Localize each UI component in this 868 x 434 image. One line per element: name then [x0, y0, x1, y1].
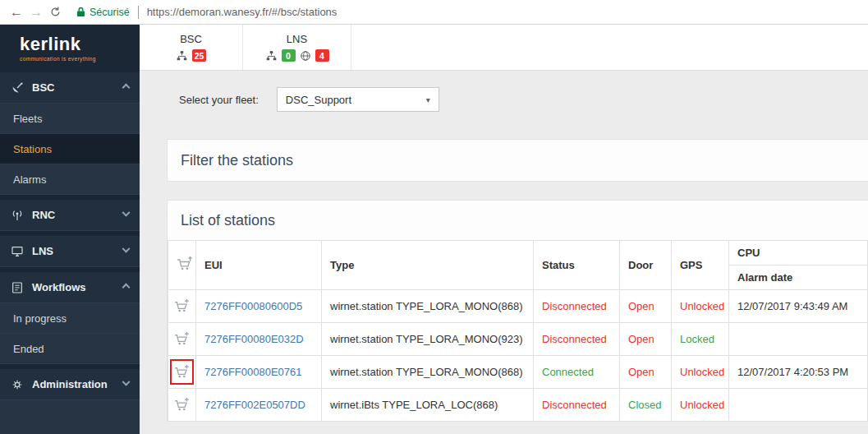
chevron-down-icon [122, 245, 131, 253]
type-cell: wirnet.station TYPE_LORA_MONO(923) [322, 323, 534, 356]
table-row: 7276FF002E0507DD wirnet.iBts TYPE_LORA_L… [168, 389, 868, 422]
satellite-dish-icon [11, 81, 24, 95]
cart-upload-icon [177, 256, 193, 272]
col-header-eui[interactable]: EUI [196, 241, 322, 290]
type-cell: wirnet.station TYPE_LORA_MONO(868) [322, 290, 534, 323]
security-label: Sécurisé [90, 7, 130, 18]
main-content: Select your fleet: DSC_Support ▾ Filter … [140, 71, 868, 434]
alarm-date-cell: 12/07/2017 4:20:53 PM [729, 356, 868, 389]
sidebar-item-alarms[interactable]: Alarms [0, 164, 140, 195]
add-to-cart-icon[interactable] [172, 328, 192, 350]
add-to-cart-icon[interactable] [172, 394, 192, 416]
gps-cell: Locked [672, 323, 729, 356]
logo-block[interactable]: kerlink communication is everything [0, 25, 140, 72]
logo-tagline: communication is everything [20, 56, 140, 62]
col-header-alarm-date[interactable]: Alarm date [729, 265, 868, 290]
gps-cell: Unlocked [672, 356, 729, 389]
table-row: 7276FF00080600D5 wirnet.station TYPE_LOR… [168, 290, 868, 323]
chevron-up-icon [122, 84, 131, 92]
door-cell: Closed [620, 389, 672, 422]
list-panel-title: List of stations [181, 212, 275, 229]
sidebar-item-label: Workflows [32, 281, 115, 293]
chevron-down-icon [122, 209, 131, 217]
security-indicator[interactable]: Sécurisé [76, 7, 130, 18]
alarm-date-cell: 12/07/2017 9:43:49 AM [729, 290, 868, 323]
gear-icon [11, 378, 24, 391]
network-icon [265, 50, 278, 62]
door-cell: Open [620, 290, 672, 323]
alarm-date-cell [729, 389, 868, 422]
sidebar-item-in-progress[interactable]: In progress [0, 303, 140, 334]
tab-label: BSC [180, 33, 202, 45]
globe-icon [300, 50, 311, 62]
col-header-cpu[interactable]: CPU [729, 241, 868, 265]
add-to-cart-icon[interactable] [170, 359, 194, 385]
sidebar-item-administration[interactable]: Administration [0, 369, 140, 400]
bsc-alarm-badge: 25 [192, 49, 207, 62]
sidebar-item-fleets[interactable]: Fleets [0, 104, 140, 134]
sidebar-item-stations[interactable]: Stations [0, 134, 140, 164]
chevron-down-icon [122, 378, 131, 386]
sidebar-item-label: RNC [32, 209, 115, 221]
sidebar-item-workflows[interactable]: Workflows [0, 272, 140, 303]
status-cell: Disconnected [534, 290, 620, 323]
lns-red-badge: 4 [315, 49, 329, 62]
tab-label: LNS [287, 33, 307, 45]
table-row: 7276FF00080E0761 wirnet.station TYPE_LOR… [168, 356, 868, 389]
add-to-cart-cell [168, 356, 196, 389]
chevron-up-icon [122, 284, 131, 292]
sidebar-item-rnc[interactable]: RNC [0, 200, 140, 231]
status-cell: Connected [534, 356, 620, 389]
dropdown-caret-icon: ▾ [426, 95, 430, 104]
gps-cell: Unlocked [672, 290, 729, 323]
forward-icon[interactable]: → [26, 5, 46, 20]
lns-green-badge: 0 [282, 49, 296, 62]
address-bar[interactable]: https://demoran.wanesy.fr/#/bsc/stations [147, 6, 338, 18]
add-to-cart-cell [168, 389, 196, 422]
sidebar-item-label: LNS [32, 245, 115, 257]
cart-sort-header[interactable] [168, 241, 196, 290]
alarm-date-cell [729, 323, 868, 356]
sidebar: kerlink communication is everything BSC … [0, 25, 140, 434]
type-cell: wirnet.iBts TYPE_LORA_LOC(868) [322, 389, 534, 422]
eui-link[interactable]: 7276FF00080600D5 [204, 300, 302, 312]
stations-tbody: 7276FF00080600D5 wirnet.station TYPE_LOR… [168, 290, 868, 422]
monitor-icon [11, 245, 24, 258]
back-icon[interactable]: ← [7, 5, 26, 20]
kerlink-logo: kerlink [20, 35, 140, 53]
document-list-icon [11, 281, 24, 294]
stations-table: EUI Type Status Door GPS CPU Alarm date [168, 240, 868, 422]
fleet-select-value: DSC_Support [286, 94, 351, 106]
eui-link[interactable]: 7276FF00080E032D [204, 333, 304, 345]
sidebar-item-lns[interactable]: LNS [0, 236, 140, 267]
col-header-door[interactable]: Door [620, 241, 672, 290]
fleet-select-label: Select your fleet: [179, 94, 259, 106]
antenna-icon [11, 209, 24, 222]
status-cell: Disconnected [534, 389, 620, 422]
add-to-cart-icon[interactable] [172, 295, 192, 317]
fleet-select[interactable]: DSC_Support ▾ [277, 87, 439, 112]
sidebar-item-ended[interactable]: Ended [0, 334, 140, 364]
status-cell: Disconnected [534, 323, 620, 356]
eui-link[interactable]: 7276FF00080E0761 [204, 366, 302, 378]
col-header-status[interactable]: Status [534, 241, 620, 290]
filter-panel-title: Filter the stations [181, 152, 293, 169]
type-cell: wirnet.station TYPE_LORA_MONO(868) [322, 356, 534, 389]
eui-link[interactable]: 7276FF002E0507DD [204, 399, 305, 411]
tab-lns[interactable]: LNS 0 4 [243, 25, 351, 70]
padlock-icon [76, 7, 85, 17]
tab-bsc[interactable]: BSC 25 [140, 25, 243, 70]
table-row: 7276FF00080E032D wirnet.station TYPE_LOR… [168, 323, 868, 356]
col-header-type[interactable]: Type [322, 241, 534, 290]
sidebar-item-label: BSC [32, 81, 115, 94]
add-to-cart-cell [168, 323, 196, 356]
url-separator [138, 6, 139, 19]
door-cell: Open [620, 323, 672, 356]
sidebar-item-bsc[interactable]: BSC [0, 72, 140, 104]
door-cell: Open [620, 356, 672, 389]
refresh-icon[interactable] [49, 6, 62, 18]
network-icon [176, 50, 188, 62]
sidebar-item-label: Administration [32, 378, 115, 390]
col-header-gps[interactable]: GPS [672, 241, 729, 290]
filter-stations-panel[interactable]: Filter the stations [167, 139, 868, 182]
